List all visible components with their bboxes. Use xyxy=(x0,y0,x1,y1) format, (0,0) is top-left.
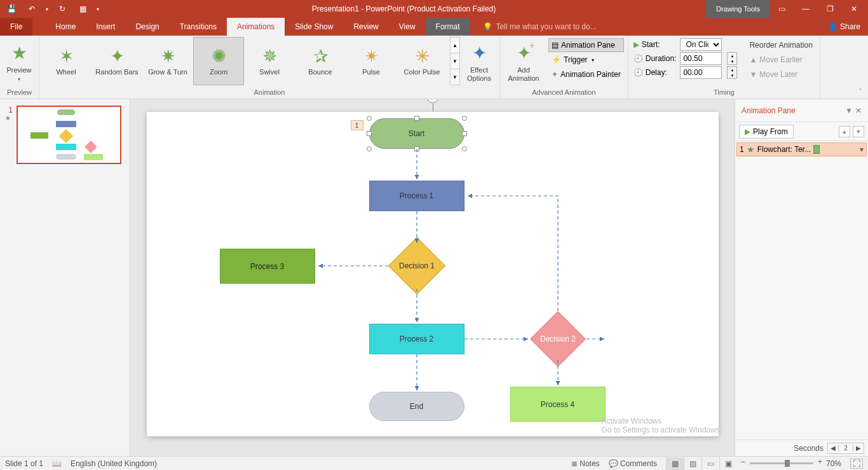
normal-view-button[interactable]: ▦ xyxy=(666,457,684,470)
shape-process3[interactable]: Process 3 xyxy=(220,249,315,284)
anim-growturn[interactable]: ✷Grow & Turn xyxy=(142,37,193,85)
zoom-slider[interactable] xyxy=(750,462,813,464)
animation-painter-button[interactable]: ✦Animation Painter xyxy=(548,67,624,81)
fit-to-window-button[interactable]: ⛶ xyxy=(850,459,863,469)
star-icon: ★ xyxy=(747,144,755,155)
save-button[interactable]: 💾 xyxy=(3,1,20,17)
star-icon: ✺ xyxy=(212,46,226,67)
shape-process1[interactable]: Process 1 xyxy=(369,181,465,211)
collapse-ribbon-button[interactable]: ˆ xyxy=(855,88,865,97)
status-language[interactable]: English (United Kingdom) xyxy=(71,459,157,468)
ribbon-display-options[interactable]: ▭ xyxy=(770,1,793,17)
slide-canvas-area[interactable]: ⟳ Start 1 Process 1 Decision 1 Process 3… xyxy=(130,99,735,456)
star-icon: ✵ xyxy=(262,46,277,67)
window-title: Presentation1 - PowerPoint (Product Acti… xyxy=(102,4,706,13)
slideshow-view-button[interactable]: ▣ xyxy=(719,457,737,470)
undo-dropdown[interactable]: ▾ xyxy=(43,1,51,17)
start-label: ▶Start: xyxy=(632,40,678,49)
lightbulb-icon: 💡 xyxy=(483,22,492,31)
restore-button[interactable]: ❐ xyxy=(818,1,841,17)
clock-icon: 🕘 xyxy=(634,54,643,63)
item-dropdown[interactable]: ▾ xyxy=(860,145,864,154)
animation-gallery: ✶Wheel ✦Random Bars ✷Grow & Turn ✺Zoom ✵… xyxy=(41,37,460,88)
undo-button[interactable]: ↶ xyxy=(23,1,41,17)
play-from-button[interactable]: ▶Play From xyxy=(739,125,794,139)
close-button[interactable]: ✕ xyxy=(843,1,865,17)
qat-customize[interactable]: ▾ xyxy=(94,1,102,17)
trigger-button[interactable]: ⚡Trigger▾ xyxy=(548,53,624,67)
sorter-view-button[interactable]: ▤ xyxy=(684,457,702,470)
seconds-control[interactable]: ◀2▶ xyxy=(827,443,864,454)
animation-pane: Animation Pane ▼ ✕ ▶Play From ▲ ▼ 1 ★ Fl… xyxy=(735,99,868,456)
preview-button[interactable]: ★ Preview ▾ xyxy=(1,37,37,88)
redo-button[interactable]: ↻ xyxy=(53,1,71,17)
gallery-more[interactable]: ▼ xyxy=(451,69,459,85)
play-icon: ▶ xyxy=(745,127,750,136)
anim-pulse[interactable]: ✴Pulse xyxy=(346,37,397,85)
anim-randombars[interactable]: ✦Random Bars xyxy=(92,37,142,85)
anim-colorpulse[interactable]: ✳Color Pulse xyxy=(397,37,447,85)
thumb-animation-indicator[interactable]: ★ xyxy=(5,114,13,121)
add-animation-button[interactable]: ✦+ Add Animation xyxy=(501,37,546,88)
animation-list-item[interactable]: 1 ★ Flowchart: Ter... ▾ xyxy=(736,142,867,156)
add-animation-icon: ✦+ xyxy=(517,43,531,64)
shape-decision2[interactable]: Decision 2 xyxy=(530,311,586,367)
reading-view-button[interactable]: ▭ xyxy=(702,457,719,470)
move-earlier-button: ▲Move Earlier xyxy=(746,53,815,67)
tab-animations[interactable]: Animations xyxy=(227,18,285,36)
delay-input[interactable] xyxy=(680,66,722,79)
shape-process4[interactable]: Process 4 xyxy=(510,387,606,422)
tell-me-search[interactable]: 💡Tell me what you want to do... xyxy=(470,18,820,36)
notes-button[interactable]: ≣ Notes xyxy=(571,459,600,468)
start-from-beginning-button[interactable]: ▦ xyxy=(74,1,92,17)
tab-view[interactable]: View xyxy=(389,18,426,36)
share-button[interactable]: 👤 Share xyxy=(820,18,868,36)
slide-thumbnail-1[interactable] xyxy=(17,106,121,164)
anim-wheel[interactable]: ✶Wheel xyxy=(41,37,92,85)
star-icon: ✳ xyxy=(415,46,430,67)
start-select[interactable]: On Click xyxy=(680,38,722,51)
animation-pane-title: Animation Pane xyxy=(742,106,796,115)
thumb-number: 1 xyxy=(5,106,13,114)
comments-button[interactable]: 💬 Comments xyxy=(609,459,657,468)
spellcheck-icon[interactable]: 📖 xyxy=(52,459,62,468)
anim-move-down[interactable]: ▼ xyxy=(853,126,864,137)
slide-canvas[interactable]: ⟳ Start 1 Process 1 Decision 1 Process 3… xyxy=(147,112,719,436)
tab-insert[interactable]: Insert xyxy=(86,18,125,36)
preview-icon: ★ xyxy=(11,43,27,64)
tab-home[interactable]: Home xyxy=(45,18,86,36)
status-slide[interactable]: Slide 1 of 1 xyxy=(5,459,43,468)
painter-icon: ✦ xyxy=(552,70,558,79)
star-icon: ✷ xyxy=(161,46,175,67)
effect-options-icon: ✦ xyxy=(472,43,487,64)
gallery-down[interactable]: ▼ xyxy=(451,53,459,69)
effect-options-button[interactable]: ✦ Effect Options xyxy=(460,37,498,88)
tab-review[interactable]: Review xyxy=(343,18,388,36)
tab-format[interactable]: Format xyxy=(426,18,470,36)
tab-file[interactable]: File xyxy=(0,18,32,36)
rotate-handle[interactable]: ⟳ xyxy=(427,99,438,103)
anim-zoom[interactable]: ✺Zoom xyxy=(193,37,244,85)
pane-close[interactable]: ✕ xyxy=(855,106,862,115)
shape-start[interactable]: Start 1 xyxy=(369,118,465,149)
gallery-up[interactable]: ▲ xyxy=(451,38,459,53)
delay-spinner[interactable]: ▲▼ xyxy=(727,66,737,79)
shape-decision1[interactable]: Decision 1 xyxy=(388,237,445,295)
duration-spinner[interactable]: ▲▼ xyxy=(727,52,737,65)
anim-bounce[interactable]: ✰Bounce xyxy=(295,37,346,85)
minimize-button[interactable]: — xyxy=(794,1,817,17)
animation-tag[interactable]: 1 xyxy=(351,120,363,130)
anim-move-up[interactable]: ▲ xyxy=(839,126,850,137)
animation-pane-toggle[interactable]: ▤Animation Pane xyxy=(548,38,624,52)
anim-swivel[interactable]: ✵Swivel xyxy=(244,37,295,85)
slide-thumbnail-panel: 1 ★ xyxy=(0,99,130,456)
tab-slideshow[interactable]: Slide Show xyxy=(285,18,343,36)
tab-transitions[interactable]: Transitions xyxy=(170,18,227,36)
shape-end[interactable]: End xyxy=(369,392,465,421)
duration-input[interactable] xyxy=(680,52,722,65)
shape-process2[interactable]: Process 2 xyxy=(369,324,465,354)
pane-options[interactable]: ▼ xyxy=(845,106,853,115)
tab-design[interactable]: Design xyxy=(125,18,169,36)
reorder-label: Reorder Animation xyxy=(746,38,815,52)
zoom-level[interactable]: 70% xyxy=(826,459,841,468)
